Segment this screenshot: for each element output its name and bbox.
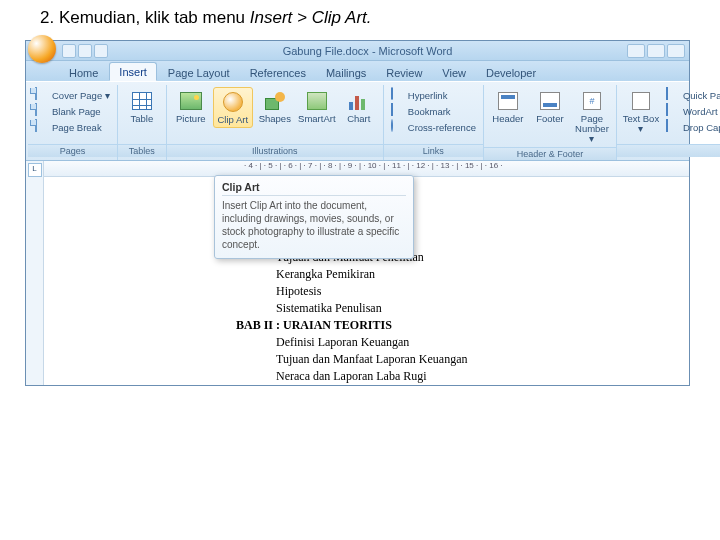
document-line: Tujuan dan Manfaat Laporan Keuangan bbox=[194, 351, 654, 368]
group-links: Hyperlink Bookmark Cross-reference Links bbox=[384, 85, 484, 160]
cross-reference-button[interactable]: Cross-reference bbox=[388, 119, 479, 135]
table-label: Table bbox=[130, 114, 153, 124]
document-area: L · 4 · | · 5 · | · 6 · | · 7 · | · 8 · … bbox=[26, 161, 689, 385]
document-line: Kerangka Pemikiran bbox=[194, 266, 654, 283]
document-line: Neraca dan Laporan Laba Rugi bbox=[194, 368, 654, 385]
document-line: Hipotesis bbox=[194, 283, 654, 300]
shapes-label: Shapes bbox=[259, 114, 291, 124]
header-button[interactable]: Header bbox=[488, 87, 528, 126]
clip-art-tooltip: Clip Art Insert Clip Art into the docume… bbox=[214, 175, 414, 259]
tab-references[interactable]: References bbox=[241, 64, 315, 81]
tab-insert[interactable]: Insert bbox=[109, 62, 157, 81]
quick-access-toolbar bbox=[62, 44, 108, 58]
tab-selector-icon[interactable]: L bbox=[28, 163, 42, 177]
group-pages-label: Pages bbox=[28, 144, 117, 157]
window-title: Gabung File.docx - Microsoft Word bbox=[108, 45, 627, 57]
clip-art-button[interactable]: Clip Art bbox=[213, 87, 253, 128]
tab-home[interactable]: Home bbox=[60, 64, 107, 81]
text-box-button[interactable]: Text Box ▾ bbox=[621, 87, 661, 136]
quick-parts-label: Quick Parts ▾ bbox=[683, 90, 720, 101]
group-text: Text Box ▾ Quick Parts ▾ WordArt ▾ Drop … bbox=[617, 85, 720, 160]
tab-view[interactable]: View bbox=[433, 64, 475, 81]
drop-cap-label: Drop Cap ▾ bbox=[683, 122, 720, 133]
titlebar: Gabung File.docx - Microsoft Word bbox=[26, 41, 689, 61]
table-button[interactable]: Table bbox=[122, 87, 162, 126]
quick-parts-button[interactable]: Quick Parts ▾ bbox=[663, 87, 720, 103]
group-illustrations: Picture Clip Art Shapes SmartArt Chart I… bbox=[167, 85, 384, 160]
page-break-label: Page Break bbox=[52, 122, 102, 133]
caption-italic: Insert > Clip Art. bbox=[250, 8, 372, 27]
chart-button[interactable]: Chart bbox=[339, 87, 379, 126]
group-links-label: Links bbox=[384, 144, 483, 157]
cover-page-button[interactable]: Cover Page ▾ bbox=[32, 87, 113, 103]
qat-undo-icon[interactable] bbox=[78, 44, 92, 58]
cover-page-label: Cover Page ▾ bbox=[52, 90, 110, 101]
document-line: Definisi Laporan Keuangan bbox=[194, 334, 654, 351]
blank-page-label: Blank Page bbox=[52, 106, 101, 117]
shapes-button[interactable]: Shapes bbox=[255, 87, 295, 126]
chart-label: Chart bbox=[347, 114, 370, 124]
hyperlink-label: Hyperlink bbox=[408, 90, 448, 101]
wordart-label: WordArt ▾ bbox=[683, 106, 720, 117]
wordart-button[interactable]: WordArt ▾ bbox=[663, 103, 720, 119]
group-header-footer-label: Header & Footer bbox=[484, 147, 616, 160]
blank-page-button[interactable]: Blank Page bbox=[32, 103, 113, 119]
minimize-button[interactable] bbox=[627, 44, 645, 58]
group-tables: Table Tables bbox=[118, 85, 167, 160]
footer-button[interactable]: Footer bbox=[530, 87, 570, 126]
window-controls bbox=[627, 44, 689, 58]
document-line: Sistematika Penulisan bbox=[194, 300, 654, 317]
ribbon-tabs: Home Insert Page Layout References Maili… bbox=[26, 61, 689, 81]
hyperlink-button[interactable]: Hyperlink bbox=[388, 87, 479, 103]
caption-prefix: 2. Kemudian, klik tab menu bbox=[40, 8, 250, 27]
bookmark-label: Bookmark bbox=[408, 106, 451, 117]
tab-mailings[interactable]: Mailings bbox=[317, 64, 375, 81]
picture-label: Picture bbox=[176, 114, 206, 124]
text-box-label: Text Box ▾ bbox=[622, 114, 660, 134]
word-window: Gabung File.docx - Microsoft Word Home I… bbox=[25, 40, 690, 386]
clip-art-label: Clip Art bbox=[218, 115, 249, 125]
office-button[interactable] bbox=[28, 35, 56, 63]
group-header-footer: Header Footer #Page Number ▾ Header & Fo… bbox=[484, 85, 617, 160]
qat-redo-icon[interactable] bbox=[94, 44, 108, 58]
vertical-ruler: L bbox=[26, 161, 44, 385]
ribbon: Cover Page ▾ Blank Page Page Break Pages… bbox=[26, 81, 689, 161]
maximize-button[interactable] bbox=[647, 44, 665, 58]
tab-page-layout[interactable]: Page Layout bbox=[159, 64, 239, 81]
page-number-button[interactable]: #Page Number ▾ bbox=[572, 87, 612, 146]
document-line: BAB II : URAIAN TEORITIS bbox=[194, 317, 654, 334]
group-pages: Cover Page ▾ Blank Page Page Break Pages bbox=[28, 85, 118, 160]
group-tables-label: Tables bbox=[118, 144, 166, 157]
tab-review[interactable]: Review bbox=[377, 64, 431, 81]
cross-reference-label: Cross-reference bbox=[408, 122, 476, 133]
picture-button[interactable]: Picture bbox=[171, 87, 211, 126]
drop-cap-button[interactable]: Drop Cap ▾ bbox=[663, 119, 720, 135]
smartart-label: SmartArt bbox=[298, 114, 335, 124]
smartart-button[interactable]: SmartArt bbox=[297, 87, 337, 126]
page-break-button[interactable]: Page Break bbox=[32, 119, 113, 135]
footer-label: Footer bbox=[536, 114, 563, 124]
group-text-label: Text bbox=[617, 144, 720, 157]
tooltip-title: Clip Art bbox=[222, 181, 406, 196]
page-number-label: Page Number ▾ bbox=[573, 114, 611, 144]
workarea: · 4 · | · 5 · | · 6 · | · 7 · | · 8 · | … bbox=[44, 161, 689, 385]
tab-developer[interactable]: Developer bbox=[477, 64, 545, 81]
instruction-caption: 2. Kemudian, klik tab menu Insert > Clip… bbox=[0, 0, 720, 40]
tooltip-body: Insert Clip Art into the document, inclu… bbox=[222, 199, 406, 251]
qat-save-icon[interactable] bbox=[62, 44, 76, 58]
header-label: Header bbox=[492, 114, 523, 124]
group-illustrations-label: Illustrations bbox=[167, 144, 383, 157]
close-button[interactable] bbox=[667, 44, 685, 58]
bookmark-button[interactable]: Bookmark bbox=[388, 103, 479, 119]
